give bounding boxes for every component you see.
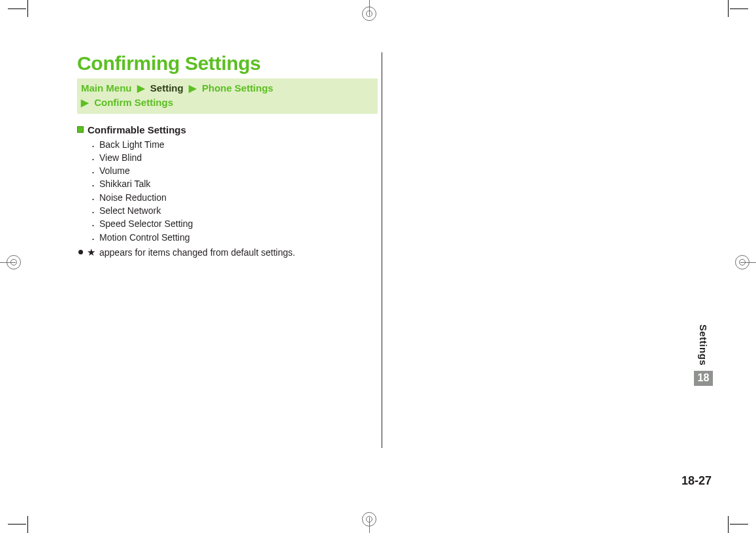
page-title: Confirming Settings — [77, 52, 378, 75]
list-item: Volume — [77, 164, 378, 177]
page-number: 18-27 — [682, 474, 712, 488]
settings-list: Back Light Time View Blind Volume Shikka… — [77, 138, 378, 244]
breadcrumb-item-phone-settings: Phone Settings — [202, 82, 273, 94]
breadcrumb-item-confirm-settings: Confirm Settings — [94, 97, 173, 108]
section-heading: Confirmable Settings — [77, 124, 378, 135]
chevron-right-icon: ▶ — [81, 95, 89, 110]
sidebar-section-label: Settings — [694, 322, 713, 368]
section-heading-label: Confirmable Settings — [88, 124, 186, 135]
column-divider — [382, 52, 382, 448]
breadcrumb-item-main-menu: Main Menu — [81, 82, 132, 94]
list-item: Select Network — [77, 204, 378, 217]
star-icon: ★ — [87, 247, 95, 258]
list-item: Noise Reduction — [77, 191, 378, 204]
list-item: Speed Selector Setting — [77, 217, 378, 230]
chevron-right-icon: ▶ — [137, 81, 145, 95]
breadcrumb-item-setting: Setting — [150, 82, 184, 94]
list-item: View Blind — [77, 151, 378, 164]
note-text: appears for items changed from default s… — [99, 247, 295, 258]
list-item: Motion Control Setting — [77, 231, 378, 244]
list-item: Back Light Time — [77, 138, 378, 151]
breadcrumb: Main Menu ▶ Setting ▶ Phone Settings ▶ C… — [77, 78, 378, 114]
page-content: Confirming Settings Main Menu ▶ Setting … — [77, 52, 378, 258]
square-bullet-icon — [77, 126, 84, 133]
list-item: Shikkari Talk — [77, 177, 378, 190]
chevron-right-icon: ▶ — [189, 81, 197, 95]
sidebar-tab: Settings 18 — [694, 322, 713, 386]
sidebar-chapter-number: 18 — [694, 371, 713, 386]
bullet-icon — [78, 250, 83, 254]
note: ★ appears for items changed from default… — [77, 247, 378, 258]
